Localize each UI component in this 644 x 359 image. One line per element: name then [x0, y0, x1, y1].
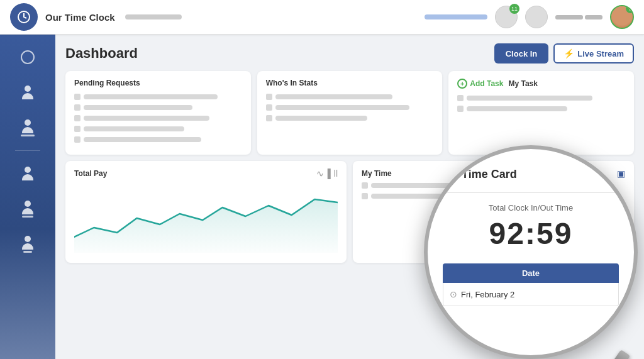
sidebar-item-clock[interactable]	[10, 158, 45, 189]
user-icon	[19, 84, 36, 101]
skeleton-text	[275, 116, 368, 121]
lightning-icon: ⚡	[564, 48, 574, 58]
skeleton-row	[74, 115, 242, 121]
clock-in-button[interactable]: Clock In	[494, 43, 549, 64]
skeleton-text	[467, 106, 567, 111]
skeleton-icon	[266, 104, 272, 111]
skeleton-text	[467, 96, 592, 101]
skeleton-text	[84, 116, 209, 121]
my-task-card: + Add Task My Task	[448, 71, 634, 155]
mag-date-row: ⊙ Fri, February 2	[443, 283, 619, 306]
skeleton-row	[74, 104, 242, 111]
skeleton-text	[371, 194, 582, 199]
mag-date-icon: ⊙	[450, 289, 457, 299]
skeleton-row	[74, 126, 242, 132]
line-chart-icon[interactable]: ∿	[316, 168, 324, 179]
settings-icon	[19, 235, 36, 253]
my-time-card: My Time ▣	[353, 161, 634, 263]
my-task-header: + Add Task My Task	[457, 79, 625, 89]
skeleton-text	[275, 105, 409, 110]
dashboard-header: Dashboard Clock In ⚡ Live Stream	[65, 43, 634, 64]
skeleton-row	[266, 115, 434, 121]
main-layout: Dashboard Clock In ⚡ Live Stream Pending…	[0, 35, 644, 359]
list-icon	[19, 200, 36, 218]
top-navigation: Our Time Clock	[0, 0, 644, 35]
nav-bar-short	[585, 15, 602, 19]
chart-icon-group: ∿ ▌ll	[316, 168, 338, 179]
skeleton-row	[266, 104, 434, 111]
add-task-label: Add Task	[470, 79, 503, 88]
app-title: Our Time Clock	[45, 12, 115, 23]
skeleton-icon	[266, 94, 272, 100]
my-task-label: My Task	[508, 79, 537, 88]
avatar[interactable]	[610, 5, 634, 29]
magnifier-handle	[592, 350, 631, 359]
skeleton-row	[266, 94, 434, 100]
bar-chart-icon[interactable]: ▌ll	[328, 168, 338, 179]
sidebar-item-user[interactable]	[10, 77, 45, 108]
users-icon	[19, 119, 36, 136]
pending-requests-card: Pending Requests	[65, 71, 251, 155]
skeleton-row	[362, 193, 625, 199]
sidebar-item-users[interactable]	[10, 113, 45, 143]
cards-row: Pending Requests	[65, 71, 634, 155]
sidebar	[0, 35, 55, 359]
dashboard-title: Dashboard	[65, 45, 138, 62]
bottom-row: Total Pay ∿ ▌ll	[65, 161, 634, 263]
skeleton-text	[84, 126, 184, 131]
skeleton-row	[457, 95, 625, 101]
line-chart	[74, 184, 338, 253]
nav-bar-pill	[425, 14, 487, 19]
live-stream-label: Live Stream	[577, 49, 624, 58]
skeleton-icon	[266, 115, 272, 121]
mag-date-value: Fri, February 2	[461, 290, 514, 299]
skeleton-icon	[74, 126, 80, 132]
whos-in-stats-title: Who's In Stats	[266, 79, 434, 87]
pending-requests-title: Pending Requests	[74, 79, 242, 87]
whos-in-stats-card: Who's In Stats	[257, 71, 443, 155]
skeleton-row	[457, 106, 625, 112]
skeleton-row	[362, 182, 625, 189]
chart-header: Total Pay ∿ ▌ll	[74, 168, 338, 179]
skeleton-icon	[74, 104, 80, 111]
skeleton-text	[84, 94, 218, 99]
live-stream-button[interactable]: ⚡ Live Stream	[553, 43, 634, 64]
skeleton-text	[275, 94, 393, 99]
skeleton-text	[84, 137, 201, 142]
skeleton-icon	[74, 136, 80, 143]
window-icon: ▣	[617, 168, 625, 179]
my-time-title: My Time	[362, 169, 392, 178]
time-card-header: My Time ▣	[362, 168, 625, 179]
total-pay-card: Total Pay ∿ ▌ll	[65, 161, 347, 263]
dashboard-actions: Clock In ⚡ Live Stream	[494, 43, 634, 64]
sidebar-item-settings[interactable]	[10, 229, 45, 259]
sidebar-divider	[15, 150, 40, 151]
skeleton-icon	[457, 106, 464, 112]
home-icon	[19, 48, 36, 66]
skeleton-icon	[362, 182, 368, 189]
sidebar-item-list[interactable]	[10, 194, 45, 224]
clock-icon	[19, 165, 36, 182]
mag-date-header: Date	[443, 263, 619, 283]
skeleton-row	[74, 94, 242, 100]
nav-search-bar	[125, 14, 182, 19]
skeleton-icon	[74, 115, 80, 121]
sidebar-item-home[interactable]	[10, 42, 45, 72]
add-task-icon: +	[457, 79, 467, 89]
total-pay-title: Total Pay	[74, 169, 107, 178]
content-area: Dashboard Clock In ⚡ Live Stream Pending…	[55, 35, 644, 359]
skeleton-icon	[74, 94, 80, 100]
nav-notification-circle[interactable]	[495, 6, 518, 28]
skeleton-text	[84, 105, 192, 110]
nav-bar-group	[555, 15, 602, 19]
app-logo[interactable]	[10, 3, 38, 31]
skeleton-text	[371, 183, 555, 188]
skeleton-icon	[457, 95, 464, 101]
avatar-face	[611, 6, 633, 28]
nav-bar-wide	[555, 15, 583, 19]
add-task-button[interactable]: + Add Task	[457, 79, 503, 89]
nav-circle-2[interactable]	[525, 6, 548, 28]
skeleton-row	[74, 136, 242, 143]
skeleton-icon	[362, 193, 368, 199]
